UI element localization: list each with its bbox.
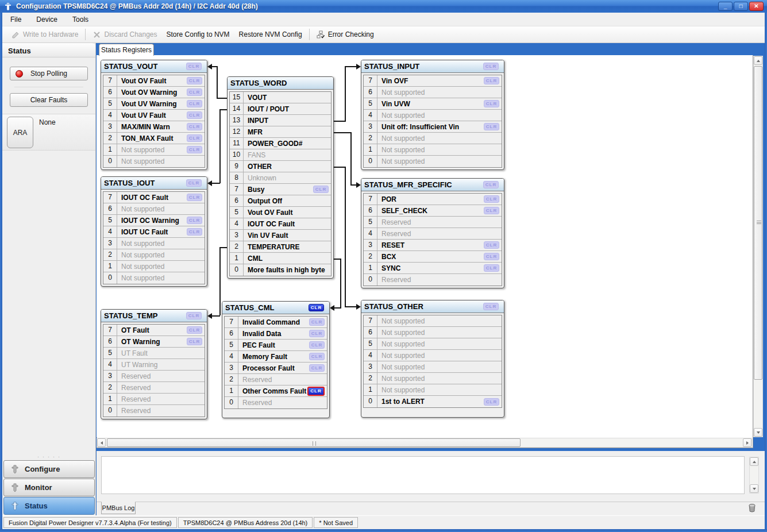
clr-bit-button[interactable]: CLR [187,88,202,96]
bit-label: Not supported [377,375,502,383]
bit-row: 5UT Fault [103,348,205,359]
horizontal-scroll-thumb[interactable] [107,438,521,447]
main-horizontal-scrollbar[interactable] [97,438,752,448]
bit-label: Vout UV Warning [117,100,187,108]
clr-bit-button[interactable]: CLR [313,186,329,193]
write-to-hardware-button[interactable]: Write to Hardware [7,28,83,41]
clr-bit-button[interactable]: CLR [309,364,325,372]
bit-number: 6 [103,87,117,98]
clr-bit-button[interactable]: CLR [187,134,202,142]
clr-all-button[interactable]: CLR [483,303,499,310]
ara-button[interactable]: ARA [7,117,33,148]
nav-configure-button[interactable]: Configure [3,460,95,478]
nav-monitor-button[interactable]: Monitor [3,479,95,496]
main-vertical-scrollbar[interactable] [753,56,763,437]
clear-faults-button[interactable]: Clear Faults [10,93,88,107]
bit-label: CML [244,255,331,263]
bit-row: 5Vout OV Fault [230,207,331,218]
clr-bit-button[interactable]: CLR [187,77,202,84]
bit-row: 7BusyCLR [230,184,331,195]
nav-monitor-label: Monitor [25,483,52,492]
clr-bit-button[interactable]: CLR [484,100,499,107]
scroll-left-button[interactable] [97,438,106,447]
clr-bit-button[interactable]: CLR [484,195,499,203]
bit-label: PEC Fault [238,341,309,349]
scroll-down-button[interactable] [750,484,758,493]
menu-tools[interactable]: Tools [72,16,88,24]
tab-status-registers[interactable]: Status Registers [99,44,154,56]
clr-bit-button[interactable]: CLR [484,253,499,260]
register-title: STATUS_OTHER [364,302,423,311]
menu-device[interactable]: Device [36,16,57,24]
bit-label: Not supported [117,146,187,154]
stop-polling-button[interactable]: Stop Polling [10,67,88,80]
clr-all-button[interactable]: CLR [186,63,202,70]
nav-status-button[interactable]: Status [3,497,95,515]
clr-bit-button[interactable]: CLR [309,341,325,349]
clr-bit-button[interactable]: CLR [187,123,202,130]
bit-label: Not supported [117,157,205,165]
clr-bit-button[interactable]: CLR [484,241,499,249]
pmbus-log-output[interactable] [101,456,745,494]
clr-bit-button[interactable]: CLR [484,77,499,84]
bit-label: Not supported [377,111,502,119]
bit-row: 2TON_MAX FaultCLR [103,133,205,144]
vertical-scroll-thumb[interactable] [754,66,762,380]
application-window: Configuration TPSM8D6C24 @ PMBus Addr 20… [0,0,767,532]
clr-bit-button[interactable]: CLR [187,100,202,107]
bit-number: 3 [364,240,377,250]
clr-bit-button[interactable]: CLR [187,217,202,224]
clr-all-button[interactable]: CLR [309,304,324,311]
bit-label: Not supported [377,363,502,371]
tab-pmbus-log[interactable]: PMBus Log [101,502,136,514]
bit-row: 0Not supported [103,272,205,284]
scroll-up-button[interactable] [750,457,758,466]
clr-bit-button[interactable]: CLR [484,264,499,272]
minimize-button[interactable]: _ [718,2,733,11]
clear-log-trash-icon[interactable] [747,503,757,512]
bit-row: 6Not supported [103,203,205,215]
clr-bit-button[interactable]: CLR [309,318,325,326]
restore-nvm-config-button[interactable]: Restore NVM Config [234,28,307,41]
bit-label: UT Warning [117,361,205,369]
clr-bit-button[interactable]: CLR [484,398,499,406]
register-status-cml: STATUS_CMLCLR7Invalid CommandCLR6Invalid… [222,301,330,418]
bit-row: 1Not supported [364,384,502,396]
register-header: STATUS_IOUTCLR [101,177,207,190]
bit-number: 4 [103,110,117,121]
nav-splitter-handle[interactable]: . . . . . [2,454,96,460]
clr-bit-button[interactable]: CLR [187,146,202,153]
statusbar-device: TPSM8D6C24 @ PMBus Address 20d (14h) [178,517,313,528]
scroll-right-button[interactable] [743,438,751,447]
clr-bit-button[interactable]: CLR [187,228,202,236]
clr-bit-button[interactable]: CLR [484,207,499,214]
bit-row: 13INPUT [230,115,331,126]
register-bits: 7Vout OV FaultCLR6Vout OV WarningCLR5Vou… [103,75,205,168]
bit-row: 4Reserved [364,228,502,240]
clr-all-button[interactable]: CLR [483,181,499,188]
store-config-nvm-button[interactable]: Store Config to NVM [162,28,234,41]
clr-all-button[interactable]: CLR [186,179,202,187]
clr-bit-button[interactable]: CLR [187,326,202,334]
menu-file[interactable]: File [10,16,21,24]
clr-bit-button[interactable]: CLR [309,353,325,360]
log-vertical-scrollbar[interactable] [749,457,759,494]
clr-bit-button[interactable]: CLR [309,330,325,337]
discard-changes-button[interactable]: Discard Changes [88,28,161,41]
arrowhead-left-icon [207,64,212,70]
scroll-down-button[interactable] [754,428,762,437]
clr-bit-button[interactable]: CLR [187,338,202,345]
clr-all-button[interactable]: CLR [483,63,499,70]
clr-bit-button[interactable]: CLR [187,194,202,201]
clr-all-button[interactable]: CLR [186,312,202,319]
scroll-up-button[interactable] [754,56,762,65]
maximize-button[interactable]: □ [734,2,748,11]
clr-bit-button[interactable]: CLR [187,111,202,119]
clr-bit-button[interactable]: CLR [307,387,325,396]
bit-row: 6OT WarningCLR [103,336,205,348]
status-registers-canvas: STATUS_VOUTCLR7Vout OV FaultCLR6Vout OV … [97,55,753,437]
close-button[interactable]: ✕ [749,2,764,11]
clr-bit-button[interactable]: CLR [484,123,499,130]
error-checking-button[interactable]: Error Checking [312,28,379,41]
bit-number: 1 [103,261,117,272]
